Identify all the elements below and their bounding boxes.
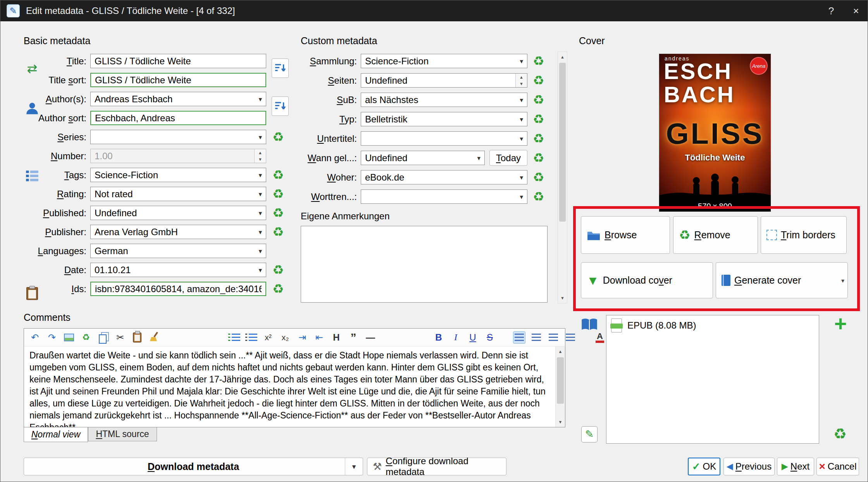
woher-restore-icon[interactable]: ♻: [533, 171, 544, 184]
date-restore-icon[interactable]: ♻: [272, 263, 284, 276]
woher-combo[interactable]: eBook.de ▾: [361, 170, 527, 184]
browse-cover-button[interactable]: Browse: [581, 216, 670, 254]
folder-icon: [587, 229, 601, 241]
scroll-down-icon[interactable]: ▼: [556, 417, 565, 427]
previous-button[interactable]: ◀ Previous: [723, 458, 775, 475]
configure-download-metadata-button[interactable]: ⚒ Configure download metadata: [367, 458, 506, 475]
remove-cover-button[interactable]: ♻ Remove: [673, 216, 758, 254]
close-button[interactable]: ×: [844, 0, 868, 21]
rating-combo[interactable]: Not rated ▾: [90, 187, 266, 201]
sub-combo[interactable]: als Nächstes ▾: [361, 93, 527, 107]
comments-scrollbar[interactable]: ▲ ▼: [555, 346, 565, 427]
edit-metadata-note-button[interactable]: ✎: [580, 426, 599, 443]
insert-image-icon[interactable]: [63, 331, 75, 344]
help-button[interactable]: ?: [819, 0, 844, 21]
bold-icon[interactable]: B: [432, 331, 445, 344]
align-right-icon[interactable]: [547, 331, 560, 344]
next-button[interactable]: ▶ Next: [777, 458, 814, 475]
undo-icon[interactable]: ↶: [29, 331, 41, 344]
worttrennung-restore-icon[interactable]: ♻: [533, 190, 544, 203]
sammlung-combo[interactable]: Science-Fiction ▾: [361, 54, 527, 68]
seiten-restore-icon[interactable]: ♻: [533, 74, 544, 87]
chevron-down-icon[interactable]: ▾: [345, 458, 363, 475]
wann-gelesen-restore-icon[interactable]: ♻: [533, 151, 544, 164]
trim-borders-button[interactable]: Trim borders: [761, 216, 847, 254]
cover-image[interactable]: andreas ESCH BACH Arena GLISS Tödliche W…: [659, 54, 771, 212]
align-center-icon[interactable]: [530, 331, 542, 344]
chevron-down-icon[interactable]: ▾: [841, 277, 844, 284]
ok-button[interactable]: ✓ OK: [688, 458, 720, 475]
generate-cover-button[interactable]: Generate cover ▾: [716, 262, 848, 298]
typ-restore-icon[interactable]: ♻: [533, 113, 544, 126]
recycle-icon[interactable]: ♻: [80, 331, 92, 344]
wann-gelesen-combo[interactable]: Undefined ▾: [361, 151, 485, 165]
scrollbar-thumb[interactable]: [559, 63, 566, 222]
seiten-spinbox[interactable]: Undefined ▲▼: [361, 73, 527, 88]
download-cover-button[interactable]: ▼ Download cover: [581, 262, 713, 298]
copy-icon[interactable]: [97, 331, 109, 344]
scroll-up-icon[interactable]: ▲: [558, 52, 567, 62]
scrollbar-thumb[interactable]: [557, 357, 564, 404]
ids-input[interactable]: isbn:9783401605814, amazon_de:340160581X: [90, 282, 266, 296]
sub-restore-icon[interactable]: ♻: [533, 93, 544, 106]
eigene-anmerkungen-textarea[interactable]: [301, 226, 548, 303]
tags-combo[interactable]: Science-Fiction ▾: [90, 168, 266, 182]
restore-formats-icon[interactable]: ♻: [834, 427, 847, 441]
eigene-anmerkungen-label: Eigene Anmerkungen: [301, 211, 390, 222]
spin-up-icon[interactable]: ▲: [516, 74, 527, 81]
title-sort-input[interactable]: GLISS / Tödliche Weite: [90, 73, 266, 87]
today-button[interactable]: Today: [489, 150, 527, 166]
indent-more-icon[interactable]: ⇥: [296, 331, 308, 344]
languages-combo[interactable]: German ▾: [90, 244, 266, 258]
text-color-icon[interactable]: A: [594, 331, 606, 344]
format-item-epub[interactable]: EPUB (8.08 MB): [606, 315, 819, 336]
strikethrough-icon[interactable]: S: [484, 331, 496, 344]
comments-editor[interactable]: ↶ ↷ ♻ ✂ x² x₂ ⇥ ⇤ H ” — B I U S A Drauße…: [24, 328, 565, 427]
cut-icon[interactable]: ✂: [114, 331, 126, 344]
unordered-list-icon[interactable]: [245, 331, 257, 344]
publisher-restore-icon[interactable]: ♻: [272, 226, 284, 238]
chevron-down-icon: ▾: [520, 134, 523, 143]
download-metadata-button[interactable]: Download metadata ▾: [24, 458, 363, 475]
typ-combo[interactable]: Belletristik ▾: [361, 112, 527, 126]
add-format-button[interactable]: +: [831, 314, 850, 333]
author-sort-input[interactable]: Eschbach, Andreas: [90, 111, 266, 125]
date-combo[interactable]: 01.10.21 ▾: [90, 263, 266, 277]
scroll-up-icon[interactable]: ▲: [556, 346, 565, 356]
italic-icon[interactable]: I: [450, 331, 462, 344]
tab-html-source[interactable]: HTML source: [88, 427, 157, 441]
indent-less-icon[interactable]: ⇤: [313, 331, 326, 344]
untertitel-restore-icon[interactable]: ♻: [533, 132, 544, 145]
published-combo[interactable]: Undefined ▾: [90, 206, 266, 220]
ids-restore-icon[interactable]: ♻: [272, 282, 284, 295]
formats-list[interactable]: EPUB (8.08 MB): [606, 315, 819, 444]
title-input[interactable]: GLISS / Tödliche Weite: [90, 54, 266, 68]
untertitel-combo[interactable]: ▾: [361, 131, 527, 146]
book-icon: [722, 275, 730, 286]
paste-icon[interactable]: [131, 331, 143, 344]
smarten-punctuation-icon[interactable]: ”: [347, 331, 360, 344]
publisher-combo[interactable]: Arena Verlag GmbH ▾: [90, 225, 266, 239]
scroll-down-icon[interactable]: ▼: [558, 293, 567, 303]
redo-icon[interactable]: ↷: [46, 331, 58, 344]
series-combo[interactable]: ▾: [90, 130, 266, 144]
worttrennung-combo[interactable]: ▾: [361, 189, 527, 204]
underline-icon[interactable]: U: [467, 331, 479, 344]
ordered-list-icon[interactable]: [228, 331, 240, 344]
published-restore-icon[interactable]: ♻: [272, 207, 284, 219]
clean-formatting-icon[interactable]: [148, 331, 160, 344]
heading-icon[interactable]: H: [330, 331, 343, 344]
comments-text[interactable]: Draußen wartet die Weite - und sie kann …: [24, 346, 555, 427]
align-left-icon[interactable]: [513, 331, 525, 344]
authors-combo[interactable]: Andreas Eschbach ▾: [90, 92, 266, 106]
custom-metadata-scrollbar[interactable]: ▲ ▼: [558, 52, 567, 303]
superscript-icon[interactable]: x²: [262, 331, 274, 344]
cancel-button[interactable]: × Cancel: [816, 458, 859, 475]
spin-down-icon[interactable]: ▼: [516, 81, 527, 88]
subscript-icon[interactable]: x₂: [279, 331, 291, 344]
sammlung-restore-icon[interactable]: ♻: [533, 55, 544, 67]
align-justify-icon[interactable]: [564, 331, 577, 344]
cover-section-label: Cover: [579, 35, 605, 46]
horizontal-rule-icon[interactable]: —: [364, 331, 377, 344]
tab-normal-view[interactable]: Normal view: [24, 427, 88, 442]
